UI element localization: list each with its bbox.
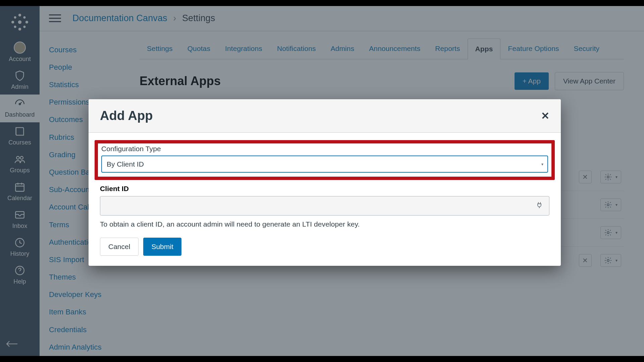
config-type-highlight: Configuration Type By Client ID ▾ xyxy=(95,140,555,180)
cancel-button[interactable]: Cancel xyxy=(100,238,139,256)
close-icon: ✕ xyxy=(541,110,549,121)
client-id-help: To obtain a client ID, an account admin … xyxy=(100,220,549,228)
modal-title: Add App xyxy=(100,109,541,123)
config-type-label: Configuration Type xyxy=(101,145,548,153)
client-id-label: Client ID xyxy=(100,185,549,193)
client-id-input[interactable] xyxy=(100,196,549,216)
modal-close-button[interactable]: ✕ xyxy=(541,110,549,122)
submit-button[interactable]: Submit xyxy=(143,238,181,256)
add-app-modal: Add App ✕ Configuration Type By Client I… xyxy=(89,99,561,266)
config-type-select[interactable]: By Client ID xyxy=(101,156,548,173)
plug-icon xyxy=(535,201,543,210)
